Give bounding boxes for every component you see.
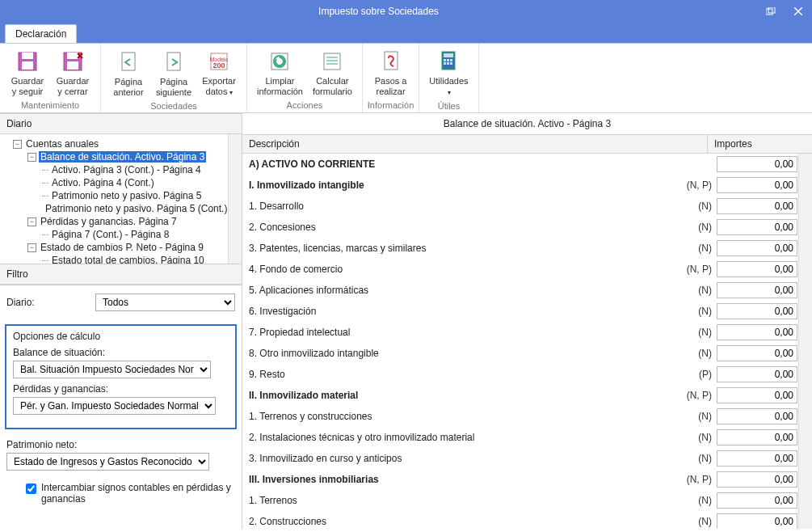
amount-input[interactable] — [717, 261, 797, 277]
window-title: Impuesto sobre Sociedades — [0, 6, 757, 17]
tree-node-selected[interactable]: −Balance de situación. Activo. Página 3 — [2, 150, 227, 163]
amount-input[interactable] — [717, 177, 797, 193]
utilities-button[interactable]: Utilidades▾ — [424, 47, 473, 99]
clear-icon — [267, 49, 292, 74]
row-description: 1. Desarrollo — [249, 201, 684, 212]
svg-rect-27 — [447, 59, 449, 61]
tree-node[interactable]: Página 7 (Cont.) - Página 8 — [2, 228, 227, 241]
row-description: 7. Propiedad intelectual — [249, 327, 684, 338]
row-tag: (N) — [684, 285, 717, 296]
amount-input[interactable] — [717, 429, 797, 445]
col-importes: Importes — [707, 135, 812, 153]
title-bar: Impuesto sobre Sociedades — [0, 0, 812, 23]
calc-options-title: Opciones de cálculo — [13, 331, 229, 342]
close-button[interactable] — [785, 0, 812, 23]
row-description: 5. Aplicaciones informáticas — [249, 285, 684, 296]
row-tag: (N, P) — [684, 474, 717, 485]
next-page-button[interactable]: Páginasiguiente — [151, 47, 196, 99]
tree-node[interactable]: −Pérdidas y ganancias. Página 7 — [2, 215, 227, 228]
balance-label: Balance de situación: — [13, 347, 229, 358]
export-data-button[interactable]: Modelo200 Exportardatos▾ — [196, 47, 242, 99]
amount-input[interactable] — [717, 156, 797, 172]
tree-node[interactable]: −Cuentas anuales — [2, 137, 227, 150]
svg-rect-8 — [67, 53, 78, 59]
table-row: 6. Investigación(N) — [242, 301, 812, 322]
diario-filter-label: Diario: — [6, 297, 95, 308]
svg-rect-19 — [324, 53, 340, 70]
row-description: II. Inmovilizado material — [249, 390, 684, 401]
tree-node[interactable]: Patrimonio neto y pasivo. Página 5 (Cont… — [2, 202, 227, 215]
balance-select[interactable]: Bal. Situación Impuesto Sociedades Nor — [13, 361, 211, 378]
calc-form-button[interactable]: Calcularformulario — [308, 47, 357, 99]
tree-view[interactable]: −Cuentas anuales −Balance de situación. … — [0, 134, 242, 264]
svg-text:200: 200 — [213, 61, 225, 70]
amount-input[interactable] — [717, 198, 797, 214]
svg-rect-13 — [167, 53, 180, 70]
calc-options-box: Opciones de cálculo Balance de situación… — [5, 324, 237, 429]
restore-button[interactable] — [757, 0, 785, 23]
patrimonio-label: Patrimonio neto: — [6, 439, 235, 450]
tree-node[interactable]: Patrimonio neto y pasivo. Página 5 — [2, 189, 227, 202]
row-tag: (N, P) — [684, 179, 717, 191]
pdf-icon — [378, 49, 404, 74]
amount-input[interactable] — [717, 450, 797, 467]
steps-button[interactable]: Pasos arealizar — [368, 47, 414, 99]
tab-declaracion[interactable]: Declaración — [5, 24, 77, 43]
save-close-icon — [60, 49, 86, 74]
clear-info-button[interactable]: Limpiarinformación — [252, 47, 308, 99]
row-tag: (N, P) — [684, 390, 717, 401]
tree-node[interactable]: Activo. Página 3 (Cont.) - Página 4 — [2, 163, 227, 176]
row-description: 4. Fondo de comercio — [249, 264, 684, 275]
amount-input[interactable] — [717, 366, 797, 382]
pyg-select[interactable]: Pér. y Gan. Impuesto Sociedades Normal — [13, 397, 216, 415]
tree-node[interactable]: Estado total de cambios. Página 10 — [2, 254, 227, 264]
column-headers: Descripción Importes — [242, 135, 812, 154]
table-row: A) ACTIVO NO CORRIENTE — [242, 154, 812, 175]
tree-node[interactable]: Activo. Página 4 (Cont.) — [2, 176, 227, 189]
svg-rect-0 — [766, 9, 772, 15]
svg-rect-5 — [22, 53, 33, 59]
table-row: 2. Concesiones(N) — [242, 217, 812, 238]
amount-input[interactable] — [717, 513, 797, 529]
amount-input[interactable] — [717, 303, 797, 319]
amount-input[interactable] — [717, 219, 797, 235]
svg-rect-30 — [447, 62, 449, 65]
table-row: 3. Inmovilizado en curso y anticipos(N) — [242, 448, 812, 469]
save-continue-button[interactable]: Guardary seguir — [5, 47, 50, 99]
patrimonio-select[interactable]: Estado de Ingresos y Gastos Reconocido — [6, 453, 209, 471]
amount-input[interactable] — [717, 240, 797, 256]
row-description: 2. Instalaciones técnicas y otro inmovil… — [249, 432, 684, 443]
row-tag: (N) — [684, 348, 717, 359]
amount-input[interactable] — [717, 282, 797, 298]
collapse-icon[interactable]: − — [27, 153, 36, 162]
page-next-icon — [161, 49, 187, 75]
diario-filter-select[interactable]: Todos — [95, 293, 235, 311]
collapse-icon[interactable]: − — [27, 217, 36, 226]
export-icon: Modelo200 — [206, 49, 232, 74]
amount-input[interactable] — [717, 324, 797, 340]
amount-input[interactable] — [717, 387, 797, 403]
collapse-icon[interactable]: − — [13, 140, 22, 149]
row-description: 3. Patentes, licencias, marcas y similar… — [249, 243, 684, 254]
tree-node[interactable]: −Estado de cambios P. Neto - Página 9 — [2, 241, 227, 254]
svg-rect-23 — [385, 52, 398, 70]
row-description: 3. Inmovilizado en curso y anticipos — [249, 453, 684, 464]
amount-input[interactable] — [717, 492, 797, 509]
table-row: 1. Desarrollo(N) — [242, 196, 812, 217]
row-tag: (N) — [684, 222, 717, 233]
amount-input[interactable] — [717, 471, 797, 488]
amount-input[interactable] — [717, 408, 797, 424]
table-row: 7. Propiedad intelectual(N) — [242, 322, 812, 343]
swap-signs-checkbox[interactable] — [26, 483, 36, 494]
pyg-label: Pérdidas y ganancias: — [13, 383, 229, 395]
amount-input[interactable] — [717, 345, 797, 361]
data-rows[interactable]: A) ACTIVO NO CORRIENTEI. Inmovilizado in… — [242, 154, 812, 529]
row-description: 1. Terrenos y construcciones — [249, 411, 684, 422]
svg-rect-29 — [444, 62, 446, 65]
save-close-button[interactable]: Guardary cerrar — [50, 47, 95, 99]
collapse-icon[interactable]: − — [27, 243, 36, 252]
save-icon — [15, 49, 40, 74]
prev-page-button[interactable]: Páginaanterior — [106, 47, 151, 99]
table-row: 8. Otro inmovilizado intangible(N) — [242, 343, 812, 364]
diario-header: Diario — [0, 113, 242, 134]
